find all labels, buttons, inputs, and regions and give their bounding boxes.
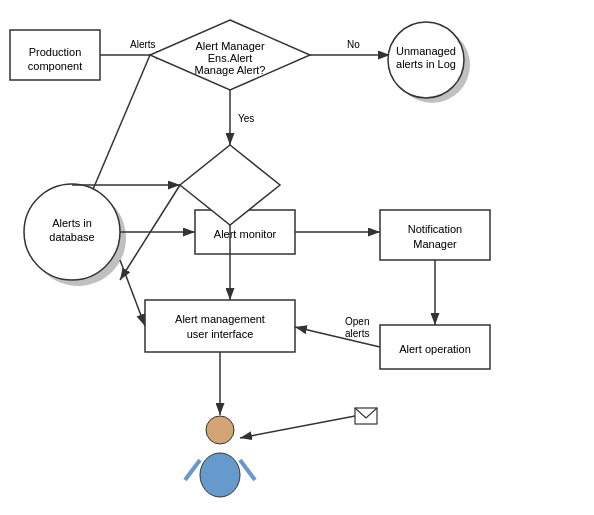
production-component-label2: component [28,60,82,72]
arrow-ui-to-db [120,260,145,326]
db-label1: Alerts in [52,217,92,229]
db-label2: database [49,231,94,243]
unmanaged-label2: alerts in Log [396,58,456,70]
open-alerts-label1: Open [345,316,369,327]
person-arm-left [185,460,200,480]
alert-operation-label: Alert operation [399,343,471,355]
alert-monitor-label: Alert monitor [214,228,277,240]
production-component-label: Production [29,46,82,58]
notification-manager-box [380,210,490,260]
open-alerts-label2: alerts [345,328,369,339]
person-head [206,416,234,444]
notification-manager-label1: Notification [408,223,462,235]
alert-ui-box [145,300,295,352]
person-body [200,453,240,497]
no-label: No [347,39,360,50]
alerts-label: Alerts [130,39,156,50]
arrow-email-to-person [240,416,355,438]
notification-manager-label2: Manager [413,238,457,250]
flow-diagram: Production component Alerts Alert Manage… [0,0,594,515]
person-arm-right [240,460,255,480]
yes-label: Yes [238,113,254,124]
alert-ui-label1: Alert management [175,313,265,325]
alert-manager-label1: Alert Manager [195,40,264,52]
alert-manager-label2: Ens.Alert [208,52,253,64]
alert-manager-label3: Manage Alert? [195,64,266,76]
alert-ui-label2: user interface [187,328,254,340]
unmanaged-label1: Unmanaged [396,45,456,57]
